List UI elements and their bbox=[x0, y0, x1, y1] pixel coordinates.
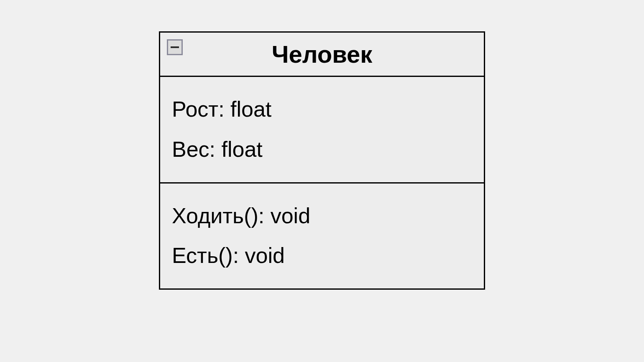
minus-icon bbox=[171, 46, 179, 48]
uml-class-name: Человек bbox=[169, 40, 475, 68]
uml-attributes-section: Рост: float Вес: float bbox=[160, 77, 484, 184]
uml-method: Ходить(): void bbox=[172, 196, 472, 236]
uml-class-header: Человек bbox=[160, 33, 484, 77]
uml-method: Есть(): void bbox=[172, 236, 472, 276]
uml-attribute: Вес: float bbox=[172, 130, 472, 170]
uml-methods-section: Ходить(): void Есть(): void bbox=[160, 184, 484, 289]
collapse-toggle[interactable] bbox=[167, 39, 183, 55]
uml-class-box: Человек Рост: float Вес: float Ходить():… bbox=[159, 31, 485, 290]
uml-attribute: Рост: float bbox=[172, 89, 472, 130]
